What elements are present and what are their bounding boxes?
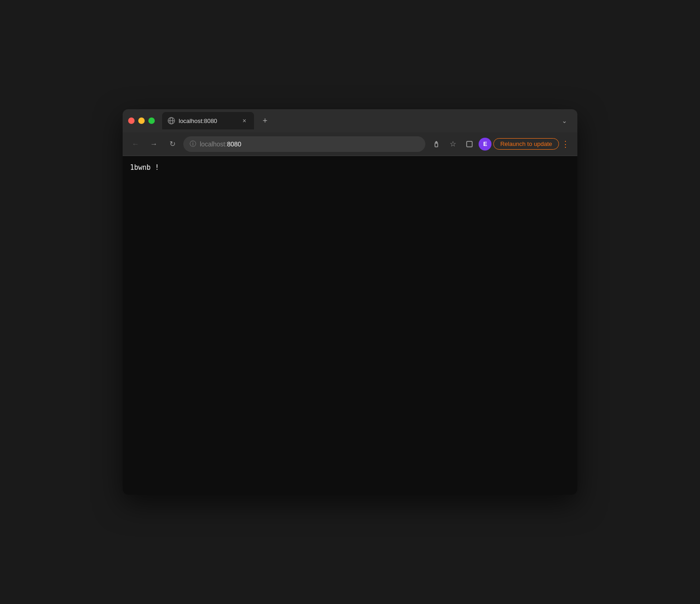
relaunch-label: Relaunch to update <box>500 140 552 147</box>
forward-icon: → <box>150 140 158 148</box>
tab-title: localhost:8080 <box>179 117 237 124</box>
new-tab-button[interactable]: + <box>258 113 272 128</box>
tab-favicon-icon <box>168 117 175 124</box>
bookmark-button[interactable]: ☆ <box>446 137 460 151</box>
relaunch-button[interactable]: Relaunch to update <box>493 138 559 150</box>
maximize-button[interactable] <box>148 117 155 124</box>
share-button[interactable] <box>429 137 444 151</box>
reload-button[interactable]: ↻ <box>165 137 180 151</box>
active-tab[interactable]: localhost:8080 × <box>162 112 254 129</box>
share-icon <box>433 140 440 148</box>
more-icon: ⋮ <box>561 139 570 149</box>
address-text: localhost:8080 <box>200 140 419 148</box>
svg-rect-3 <box>435 143 438 147</box>
tab-chevron-button[interactable]: ⌄ <box>557 113 572 128</box>
page-text: 1bwnb ! <box>130 163 159 172</box>
profile-button[interactable]: E <box>479 138 491 151</box>
svg-rect-4 <box>467 141 472 147</box>
minimize-button[interactable] <box>138 117 145 124</box>
traffic-lights <box>128 117 155 124</box>
info-icon: ⓘ <box>190 140 196 148</box>
page-content: 1bwnb ! <box>123 156 577 495</box>
address-port: 8080 <box>227 140 241 148</box>
browser-window: localhost:8080 × + ⌄ ← → ↻ ⓘ localhost:8… <box>123 109 577 495</box>
back-icon: ← <box>132 140 139 148</box>
address-protocol: localhost: <box>200 140 227 148</box>
more-button[interactable]: ⋮ <box>559 138 572 151</box>
nav-bar: ← → ↻ ⓘ localhost:8080 ☆ <box>123 132 577 156</box>
nav-actions: ☆ E Relaunch to update ⋮ <box>429 137 572 151</box>
tab-close-button[interactable]: × <box>240 117 248 125</box>
forward-button[interactable]: → <box>147 137 161 151</box>
close-button[interactable] <box>128 117 135 124</box>
profile-initial: E <box>483 140 487 147</box>
back-button[interactable]: ← <box>128 137 143 151</box>
tab-view-button[interactable] <box>462 137 477 151</box>
reload-icon: ↻ <box>169 140 175 148</box>
tab-bar: localhost:8080 × + ⌄ <box>123 109 577 132</box>
address-bar[interactable]: ⓘ localhost:8080 <box>183 136 425 152</box>
tab-view-icon <box>466 140 473 148</box>
bookmark-icon: ☆ <box>450 140 456 148</box>
